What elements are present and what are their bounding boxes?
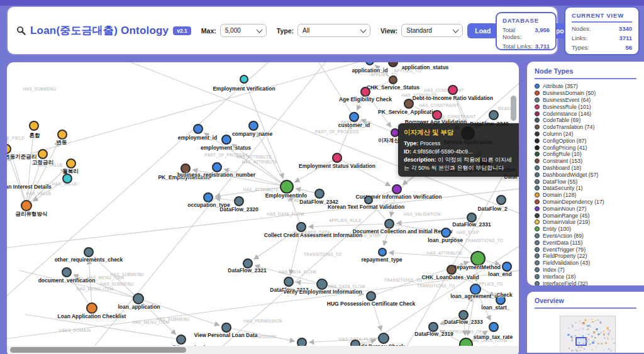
node-type-label: Constraint (153) bbox=[543, 158, 582, 164]
graph-node-dti[interactable] bbox=[448, 85, 458, 95]
graph-node-bizreg[interactable] bbox=[212, 162, 222, 172]
node-type-item-codetable[interactable]: CodeTable (69) bbox=[535, 117, 644, 124]
graph-node-df2331[interactable] bbox=[467, 213, 477, 223]
node-type-item-constraint[interactable]: Constraint (153) bbox=[535, 158, 644, 165]
graph-node-gcc[interactable] bbox=[176, 335, 186, 345]
graph-node-chkss[interactable] bbox=[389, 75, 397, 84]
node-type-color-dot bbox=[535, 233, 540, 238]
node-type-item-entity[interactable]: Entity (100) bbox=[535, 226, 644, 233]
node-types-title: Node Types bbox=[535, 67, 644, 75]
node-type-item-domain[interactable]: Domain (128) bbox=[535, 192, 644, 199]
database-stats-card: DATABASE Total Nodes:3,956Total Links:3,… bbox=[496, 12, 557, 50]
graph-node-df2313[interactable] bbox=[284, 277, 294, 287]
graph-node-empid[interactable] bbox=[193, 124, 203, 134]
node-type-item-businessdomain[interactable]: BusinessDomain (50) bbox=[535, 90, 644, 97]
graph-node-stamptax[interactable] bbox=[489, 322, 499, 332]
node-type-item-domainnoun[interactable]: DomainNoun (27) bbox=[535, 205, 644, 212]
graph-node-df2320[interactable] bbox=[234, 196, 244, 206]
graph-node-df2342[interactable] bbox=[314, 189, 325, 199]
node-type-item-interfacefield[interactable]: InterfaceField (32) bbox=[535, 280, 644, 287]
graph-node-empstat[interactable] bbox=[221, 135, 231, 145]
graph-node-wolbokri[interactable] bbox=[66, 158, 76, 169]
type-label: Type: bbox=[277, 27, 294, 35]
node-type-item-eventdata[interactable]: EventData (115) bbox=[535, 239, 644, 246]
node-type-item-interface[interactable]: Interface (18) bbox=[535, 273, 644, 280]
graph-node-empver[interactable] bbox=[240, 75, 248, 84]
type-select[interactable]: All bbox=[297, 24, 370, 37]
graph-node-custid[interactable] bbox=[349, 112, 359, 122]
node-type-item-fieldproperty[interactable]: FieldProperty (22) bbox=[535, 253, 644, 260]
graph-node-df2319[interactable] bbox=[428, 322, 438, 332]
graph-node-df2333[interactable] bbox=[458, 310, 469, 320]
graph-node-loanend[interactable] bbox=[502, 262, 512, 272]
graph-node-loanapp[interactable] bbox=[133, 293, 144, 304]
node-type-item-index[interactable]: Index (7) bbox=[535, 267, 644, 274]
graph-node-occtype[interactable] bbox=[203, 192, 213, 202]
node-type-item-fieldvalidation[interactable]: FieldValidation (43) bbox=[535, 260, 644, 267]
graph-node-byeondong[interactable] bbox=[57, 130, 67, 140]
node-type-item-eventaction[interactable]: EventAction (89) bbox=[535, 233, 644, 240]
graph-node-dcir[interactable] bbox=[384, 219, 394, 229]
graph-node-bav[interactable] bbox=[432, 110, 442, 120]
graph-node-ylpartial[interactable] bbox=[5, 113, 6, 123]
node-type-item-dashboard[interactable]: Dashboard (18) bbox=[535, 165, 644, 172]
graph-node-chkld[interactable] bbox=[447, 265, 457, 275]
node-type-item-domainrange[interactable]: DomainRange (45) bbox=[535, 212, 644, 219]
graph-node-reptype[interactable] bbox=[378, 248, 387, 257]
graph-node-agecheck[interactable] bbox=[360, 87, 370, 97]
node-type-color-dot bbox=[535, 91, 540, 96]
node-type-item-attribute[interactable]: Attribute (357) bbox=[535, 83, 644, 90]
node-type-item-datasecurity[interactable]: DataSecurity (1) bbox=[535, 185, 644, 192]
load-button[interactable]: Load bbox=[467, 23, 498, 38]
graph-node-hug[interactable] bbox=[366, 291, 376, 301]
minimap-dot bbox=[584, 348, 585, 350]
graph-node-df2340[interactable] bbox=[489, 110, 499, 120]
view-select[interactable]: Standard bbox=[401, 24, 463, 37]
graph-edges-svg bbox=[5, 60, 521, 354]
graph-node-esv[interactable] bbox=[332, 153, 342, 163]
graph-node-honhap[interactable] bbox=[29, 121, 39, 131]
graph-node-loanpurp[interactable] bbox=[441, 228, 451, 238]
graph-node-civ[interactable] bbox=[392, 184, 402, 194]
horizontal-scrollbar-thumb[interactable] bbox=[10, 347, 186, 353]
node-type-item-businessevent[interactable]: BusinessEvent (64) bbox=[535, 97, 644, 104]
graph-node-df2par[interactable] bbox=[496, 195, 506, 205]
node-type-item-dashboardwidget[interactable]: DashboardWidget (57) bbox=[535, 171, 644, 178]
graph-node-orc[interactable] bbox=[84, 247, 94, 257]
node-type-label: DataFlow (55) bbox=[543, 179, 577, 185]
graph-node-ktfv[interactable] bbox=[364, 196, 373, 204]
graph-node-loanagr[interactable] bbox=[470, 284, 481, 295]
graph-node-docver[interactable] bbox=[62, 267, 72, 277]
graph-node-loanstart[interactable] bbox=[496, 295, 506, 305]
node-type-item-dataflow[interactable]: DataFlow (55) bbox=[535, 178, 644, 185]
graph-node-lac[interactable] bbox=[86, 302, 97, 314]
node-type-item-domainvalue[interactable]: DomainValue (219) bbox=[535, 219, 644, 226]
node-type-item-businessrule[interactable]: BusinessRule (101) bbox=[535, 103, 644, 110]
graph-canvas-panel[interactable]: HAS_SUBMENUHAS_FIELDHAS_VALUEHAS_VALUEHA… bbox=[5, 60, 521, 354]
graph-node-ccai[interactable] bbox=[296, 222, 306, 232]
node-type-item-column[interactable]: Column (24) bbox=[535, 131, 644, 138]
graph-node-repmethod[interactable] bbox=[470, 251, 486, 266]
node-type-item-codeinstance[interactable]: CodeInstance (146) bbox=[535, 110, 644, 117]
graph-node-df2321[interactable] bbox=[243, 258, 253, 268]
max-select[interactable]: 5,000 bbox=[220, 24, 267, 37]
graph-node-pkemp[interactable] bbox=[180, 163, 191, 174]
graph-node-gojeong[interactable] bbox=[38, 149, 48, 159]
overview-minimap[interactable] bbox=[560, 316, 616, 354]
node-type-item-eventtrigger[interactable]: EventTrigger (79) bbox=[535, 246, 644, 253]
node-type-item-configpricing[interactable]: ConfigPricing (41) bbox=[535, 144, 644, 151]
node-type-item-domaindependency[interactable]: DomainDependency (17) bbox=[535, 199, 644, 206]
node-type-item-codetranslation[interactable]: CodeTranslation (74) bbox=[535, 124, 644, 131]
graph-node-empinfo[interactable] bbox=[280, 180, 294, 194]
graph-node-pksa[interactable] bbox=[404, 99, 414, 109]
graph-node-vpld[interactable] bbox=[221, 323, 231, 333]
graph-node-compname[interactable] bbox=[248, 121, 258, 131]
graph-node-lid[interactable] bbox=[62, 174, 72, 184]
graph-node-cbc[interactable] bbox=[378, 333, 389, 344]
node-type-item-configrule[interactable]: ConfigRule (10) bbox=[535, 151, 644, 158]
graph-node-vei[interactable] bbox=[316, 279, 328, 290]
vertical-scrollbar-thumb[interactable] bbox=[511, 96, 516, 121]
graph-node-geumri[interactable] bbox=[21, 200, 32, 211]
divider bbox=[535, 78, 636, 79]
node-type-item-configoption[interactable]: ConfigOption (87) bbox=[535, 137, 644, 144]
